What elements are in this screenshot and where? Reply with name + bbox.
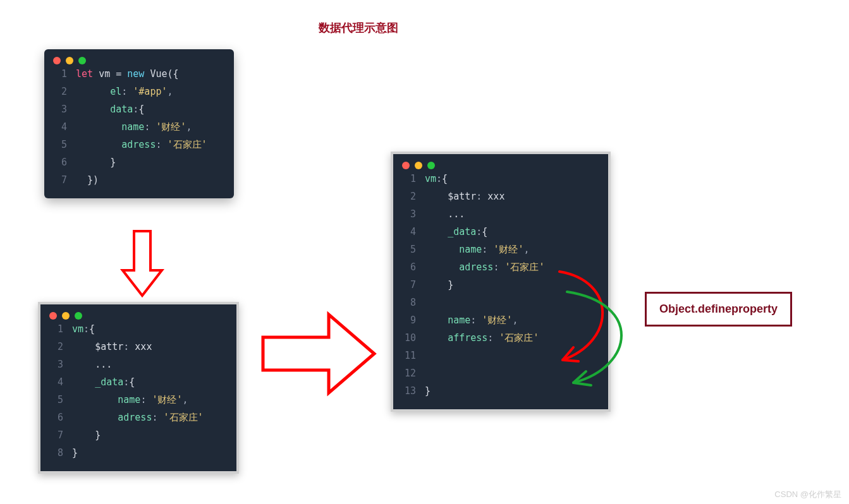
line-number: 5 <box>53 139 67 150</box>
code-line: 8} <box>40 447 236 465</box>
line-content: ... <box>72 359 112 370</box>
code-line: 4 name: '财经', <box>44 121 234 139</box>
code-line: 1vm:{ <box>393 173 608 191</box>
line-content: } <box>76 157 116 168</box>
line-number: 10 <box>402 332 416 344</box>
code-block-2: 1vm:{2 $attr: xxx3 ...4 _data:{5 name: '… <box>40 323 236 465</box>
line-number: 4 <box>49 376 63 388</box>
line-content: vm:{ <box>72 323 95 335</box>
line-number: 7 <box>53 174 67 186</box>
line-content: ... <box>425 208 465 220</box>
line-number: 5 <box>402 244 416 255</box>
line-content: name: '财经', <box>425 244 529 256</box>
line-content: } <box>425 385 431 397</box>
line-number: 13 <box>402 385 416 397</box>
line-number: 9 <box>402 315 416 326</box>
code-line: 2 $attr: xxx <box>393 191 608 208</box>
code-line: 3 ... <box>393 208 608 226</box>
line-content: } <box>72 447 78 459</box>
line-content: name: '财经', <box>425 315 518 327</box>
proxy-arrows <box>541 259 667 407</box>
line-number: 7 <box>49 429 63 441</box>
code-line: 7 } <box>40 429 236 447</box>
line-content: _data:{ <box>425 226 487 237</box>
minimize-icon <box>66 57 73 64</box>
line-content: adress: '石家庄' <box>425 261 545 273</box>
line-number: 5 <box>49 394 63 405</box>
zoom-icon <box>75 312 82 320</box>
line-content: $attr: xxx <box>72 341 152 352</box>
close-icon <box>53 57 61 64</box>
line-content: vm:{ <box>425 173 448 184</box>
window-traffic-lights <box>44 49 234 68</box>
code-line: 6 } <box>44 157 234 174</box>
line-content: $attr: xxx <box>425 191 504 202</box>
line-content: data:{ <box>76 104 144 115</box>
line-content: affress: '石家庄' <box>425 332 539 344</box>
line-number: 1 <box>402 173 416 184</box>
code-window-2: 1vm:{2 $attr: xxx3 ...4 _data:{5 name: '… <box>38 302 239 474</box>
close-icon <box>49 312 57 320</box>
line-number: 7 <box>402 279 416 291</box>
line-content: name: '财经', <box>72 394 188 406</box>
minimize-icon <box>415 162 422 169</box>
code-line: 2 $attr: xxx <box>40 341 236 359</box>
line-number: 1 <box>53 68 67 80</box>
line-content: adress: '石家庄' <box>76 139 207 151</box>
code-window-1: 1let vm = new Vue({2 el: '#app',3 data:{… <box>44 49 234 198</box>
code-line: 2 el: '#app', <box>44 86 234 104</box>
line-content: }) <box>76 174 99 186</box>
code-line: 7 }) <box>44 174 234 192</box>
close-icon <box>402 162 410 169</box>
window-traffic-lights <box>393 154 608 173</box>
line-number: 4 <box>402 226 416 237</box>
line-number: 2 <box>49 341 63 352</box>
minimize-icon <box>62 312 70 320</box>
line-number: 4 <box>53 121 67 133</box>
arrow-down-icon <box>120 229 164 302</box>
code-line: 4 _data:{ <box>393 226 608 244</box>
line-number: 2 <box>53 86 67 97</box>
line-content: } <box>72 429 101 441</box>
line-number: 6 <box>402 261 416 273</box>
code-line: 1let vm = new Vue({ <box>44 68 234 86</box>
code-line: 5 adress: '石家庄' <box>44 139 234 157</box>
line-content: } <box>425 279 453 291</box>
code-line: 5 name: '财经', <box>40 394 236 412</box>
code-line: 6 adress: '石家庄' <box>40 412 236 429</box>
line-content: _data:{ <box>72 376 135 388</box>
line-number: 3 <box>402 208 416 220</box>
line-content: name: '财经', <box>76 121 192 133</box>
line-content: adress: '石家庄' <box>72 412 204 424</box>
line-number: 8 <box>49 447 63 459</box>
line-number: 2 <box>402 191 416 202</box>
zoom-icon <box>78 57 86 64</box>
line-number: 6 <box>53 157 67 168</box>
watermark: CSDN @化作繁星 <box>774 489 841 500</box>
code-line: 1vm:{ <box>40 323 236 341</box>
line-number: 8 <box>402 297 416 308</box>
code-line: 3 data:{ <box>44 104 234 121</box>
line-number: 6 <box>49 412 63 423</box>
line-content: let vm = new Vue({ <box>76 68 179 80</box>
diagram-title: 数据代理示意图 <box>319 20 398 35</box>
code-line: 3 ... <box>40 359 236 376</box>
line-number: 1 <box>49 323 63 335</box>
arrow-right-icon <box>259 309 379 400</box>
code-line: 4 _data:{ <box>40 376 236 394</box>
line-number: 12 <box>402 368 416 379</box>
line-number: 11 <box>402 350 416 361</box>
window-traffic-lights <box>40 304 236 323</box>
line-number: 3 <box>53 104 67 115</box>
zoom-icon <box>427 162 435 169</box>
line-number: 3 <box>49 359 63 370</box>
code-block-1: 1let vm = new Vue({2 el: '#app',3 data:{… <box>44 68 234 192</box>
line-content: el: '#app', <box>76 86 173 97</box>
